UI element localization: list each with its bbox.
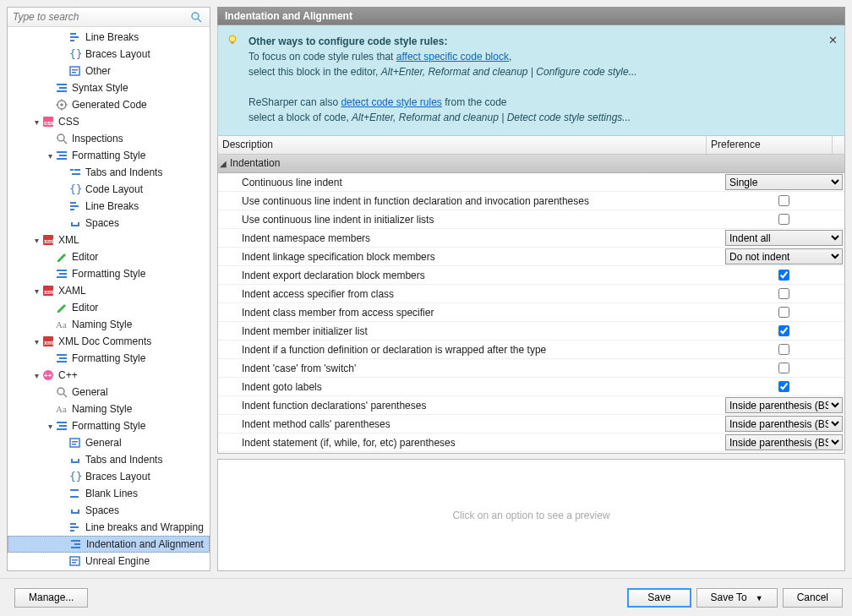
preference-checkbox[interactable] bbox=[778, 344, 789, 355]
preference-checkbox[interactable] bbox=[778, 214, 789, 225]
tree-item-blank-lines[interactable]: Blank Lines bbox=[8, 485, 210, 502]
tree-item-tabs-and-indents[interactable]: Tabs and Indents bbox=[8, 451, 210, 468]
grid-row[interactable]: Indent 'case' from 'switch' bbox=[218, 359, 844, 378]
grid-row[interactable]: Indent member initializer list bbox=[218, 322, 844, 341]
expander-icon[interactable]: ▾ bbox=[31, 371, 41, 380]
preference-select[interactable]: Single bbox=[725, 174, 843, 190]
svg-text:xml: xml bbox=[44, 289, 54, 295]
svg-rect-10 bbox=[59, 87, 67, 89]
grid-row[interactable]: Use continuous line indent in function d… bbox=[218, 192, 844, 210]
link-detect-rules[interactable]: detect code style rules bbox=[341, 96, 441, 108]
preference-checkbox[interactable] bbox=[778, 195, 789, 206]
category-row[interactable]: ◢Indentation bbox=[218, 155, 844, 173]
svg-rect-26 bbox=[70, 205, 79, 207]
tree-item-xml-doc-comments[interactable]: ▾xmlXML Doc Comments bbox=[8, 333, 210, 350]
manage-button[interactable]: Manage... bbox=[14, 588, 88, 608]
tree-item-tabs-and-indents[interactable]: Tabs and Indents bbox=[8, 164, 210, 181]
preference-checkbox[interactable] bbox=[778, 270, 789, 281]
tree-item-inspections[interactable]: Inspections bbox=[8, 130, 210, 147]
tree-item-formatting-style[interactable]: ▾Formatting Style bbox=[8, 417, 210, 434]
preference-checkbox[interactable] bbox=[778, 307, 789, 318]
tree-item-general[interactable]: General bbox=[8, 384, 210, 401]
svg-rect-34 bbox=[59, 273, 67, 275]
row-description: Indent statement (if, while, for, etc) p… bbox=[218, 437, 724, 449]
svg-text:{}: {} bbox=[69, 47, 82, 60]
tree-item-xml[interactable]: ▾xmlXML bbox=[8, 232, 210, 248]
expander-icon[interactable]: ▾ bbox=[45, 151, 55, 161]
cancel-button[interactable]: Cancel bbox=[783, 588, 843, 608]
tree-item-naming-style[interactable]: AaNaming Style bbox=[8, 316, 210, 333]
grid-row[interactable]: Indent statement (if, while, for, etc) p… bbox=[218, 433, 844, 452]
options-tree[interactable]: Line Breaks{}Braces LayoutOtherSyntax St… bbox=[8, 27, 210, 570]
tree-item-code-layout[interactable]: {}Code Layout bbox=[8, 181, 210, 198]
tree-item-braces-layout[interactable]: {}Braces Layout bbox=[8, 468, 210, 485]
row-description: Continuous line indent bbox=[218, 177, 724, 188]
tree-item-naming-style[interactable]: AaNaming Style bbox=[8, 401, 210, 417]
tree-item-spaces[interactable]: Spaces bbox=[8, 215, 210, 232]
expander-icon[interactable]: ▾ bbox=[45, 422, 55, 431]
expander-icon[interactable]: ▾ bbox=[31, 236, 41, 245]
tree-item-css[interactable]: ▾cssCSS bbox=[8, 113, 210, 130]
link-affect-block[interactable]: affect specific code block bbox=[396, 51, 509, 63]
grid-row[interactable]: Indent goto labels bbox=[218, 378, 844, 396]
expander-icon[interactable]: ▾ bbox=[31, 286, 41, 296]
tree-item-editor[interactable]: Editor bbox=[8, 248, 210, 265]
expander-icon[interactable]: ▾ bbox=[31, 117, 41, 127]
tree-item-label: Code Layout bbox=[85, 183, 148, 195]
tree-item-line-breaks-and-wrapping[interactable]: Line breaks and Wrapping bbox=[8, 519, 210, 536]
preference-select[interactable]: Indent all bbox=[725, 230, 843, 246]
grid-row[interactable]: Use continuous line indent in initialize… bbox=[218, 210, 844, 229]
grid-row[interactable]: Indent class member from access specifie… bbox=[218, 303, 844, 322]
col-preference[interactable]: Preference bbox=[707, 136, 833, 154]
preference-select[interactable]: Inside parenthesis (BSD/… bbox=[725, 397, 843, 413]
search-input[interactable] bbox=[11, 10, 189, 24]
close-icon[interactable]: ✕ bbox=[828, 32, 838, 49]
svg-rect-35 bbox=[57, 276, 67, 278]
tree-item-indentation-and-alignment[interactable]: Indentation and Alignment bbox=[8, 536, 210, 553]
tree-item-braces-layout[interactable]: {}Braces Layout bbox=[8, 46, 210, 63]
svg-rect-50 bbox=[59, 425, 67, 427]
preference-checkbox[interactable] bbox=[778, 381, 789, 392]
tree-item-editor[interactable]: Editor bbox=[8, 299, 210, 316]
grid-row[interactable]: Preprocessor directives indentingNo inde… bbox=[218, 452, 844, 453]
tree-item-xaml[interactable]: ▾xmlXAML bbox=[8, 282, 210, 299]
expander-icon[interactable]: ▾ bbox=[31, 337, 41, 346]
tree-item-formatting-style[interactable]: Formatting Style bbox=[8, 350, 210, 367]
grid-row[interactable]: Indent namespace membersIndent all bbox=[218, 229, 844, 248]
tree-item-other[interactable]: Other bbox=[8, 63, 210, 79]
tree-item-line-breaks[interactable]: Line Breaks bbox=[8, 198, 210, 215]
tree-item-generated-code[interactable]: Generated Code bbox=[8, 96, 210, 113]
tree-item-formatting-style[interactable]: Formatting Style bbox=[8, 265, 210, 282]
grid-row[interactable]: Indent linkage specification block membe… bbox=[218, 248, 844, 266]
grid-body[interactable]: ◢IndentationContinuous line indentSingle… bbox=[218, 155, 844, 453]
grid-row[interactable]: Indent export declaration block members bbox=[218, 266, 844, 285]
tree-item-c-[interactable]: ▾++C++ bbox=[8, 367, 210, 384]
svg-rect-56 bbox=[71, 459, 73, 461]
tree-item-label: Formatting Style bbox=[72, 150, 150, 161]
tree-item-general[interactable]: General bbox=[8, 434, 210, 451]
col-description[interactable]: Description bbox=[218, 136, 707, 154]
row-description: Indent method calls' parentheses bbox=[218, 418, 724, 430]
preference-select[interactable]: Do not indent bbox=[725, 248, 843, 264]
preference-select[interactable]: Inside parenthesis (BSD/… bbox=[725, 434, 843, 450]
tree-item-syntax-style[interactable]: Syntax Style bbox=[8, 79, 210, 96]
grid-row[interactable]: Indent if a function definition or decla… bbox=[218, 341, 844, 359]
grid-row[interactable]: Indent method calls' parenthesesInside p… bbox=[218, 415, 844, 433]
preference-checkbox[interactable] bbox=[778, 288, 789, 299]
preference-checkbox[interactable] bbox=[778, 363, 789, 373]
svg-text:++: ++ bbox=[44, 372, 52, 379]
save-to-button[interactable]: Save To▼ bbox=[696, 588, 778, 608]
preference-checkbox[interactable] bbox=[778, 325, 789, 336]
tree-item-line-breaks[interactable]: Line Breaks bbox=[8, 29, 210, 46]
tree-item-spaces[interactable]: Spaces bbox=[8, 502, 210, 519]
tree-item-formatting-style[interactable]: ▾Formatting Style bbox=[8, 147, 210, 164]
preference-select[interactable]: Inside parenthesis (BSD/… bbox=[725, 416, 843, 432]
grid-row[interactable]: Indent function declarations' parenthese… bbox=[218, 396, 844, 415]
tree-item-unreal-engine[interactable]: Unreal Engine bbox=[8, 553, 210, 570]
grid-row[interactable]: Continuous line indentSingle bbox=[218, 173, 844, 192]
save-button[interactable]: Save bbox=[627, 588, 691, 608]
tree-item-label: XML bbox=[58, 234, 85, 246]
svg-rect-28 bbox=[71, 225, 79, 226]
grid-row[interactable]: Indent access specifier from class bbox=[218, 285, 844, 303]
search-icon[interactable] bbox=[189, 10, 203, 24]
